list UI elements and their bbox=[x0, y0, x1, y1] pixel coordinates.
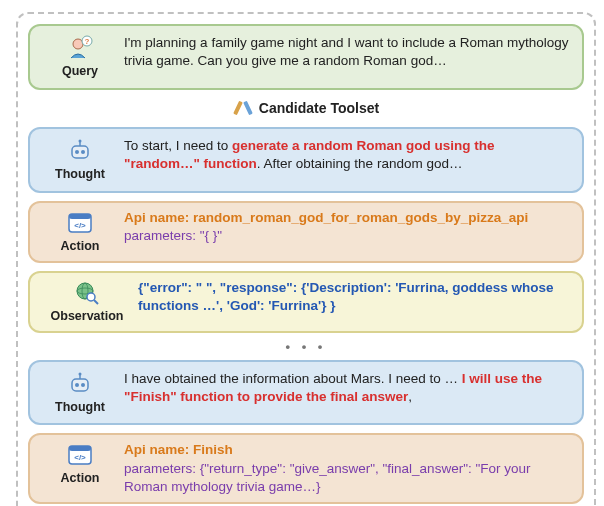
thought1-plain1: To start, I need to bbox=[124, 138, 232, 153]
action1-api-value: random_roman_god_for_roman_gods_by_pizza… bbox=[193, 210, 528, 225]
svg-rect-24 bbox=[69, 446, 91, 451]
action1-label: Action bbox=[61, 238, 100, 255]
action2-api-label: Api name: bbox=[124, 442, 193, 457]
svg-point-20 bbox=[81, 383, 85, 387]
action1-api-label: Api name: bbox=[124, 210, 193, 225]
thought1-leftcol: Thought bbox=[40, 137, 120, 183]
thought-card-1: Thought To start, I need to generate a r… bbox=[28, 127, 584, 193]
svg-point-7 bbox=[81, 150, 85, 154]
svg-rect-5 bbox=[72, 146, 88, 158]
query-leftcol: ? Query bbox=[40, 34, 120, 80]
action2-params-label: parameters: bbox=[124, 461, 200, 476]
query-card: ? Query I'm planning a family game night… bbox=[28, 24, 584, 90]
thought1-label: Thought bbox=[55, 166, 105, 183]
svg-line-17 bbox=[94, 300, 98, 304]
svg-rect-11 bbox=[69, 214, 91, 219]
tools-icon bbox=[233, 98, 253, 118]
svg-text:</>: </> bbox=[74, 453, 86, 462]
action-card-2: </> Action Api name: Finish parameters: … bbox=[28, 433, 584, 504]
svg-point-0 bbox=[73, 39, 83, 49]
svg-rect-3 bbox=[233, 101, 243, 115]
action1-leftcol: </> Action bbox=[40, 209, 120, 255]
code-window-icon: </> bbox=[66, 209, 94, 237]
globe-search-icon bbox=[73, 279, 101, 307]
observation-text: {"error": " ", "response": {'Description… bbox=[138, 279, 572, 315]
toolset-label: Candidate Toolset bbox=[259, 100, 379, 116]
query-label: Query bbox=[62, 63, 98, 80]
thought2-content: I have obtained the information about Ma… bbox=[124, 370, 572, 406]
robot-icon bbox=[66, 137, 94, 165]
svg-point-6 bbox=[75, 150, 79, 154]
person-question-icon: ? bbox=[66, 34, 94, 62]
action2-content: Api name: Finish parameters: {"return_ty… bbox=[124, 441, 572, 496]
observation-leftcol: Observation bbox=[40, 279, 134, 325]
svg-rect-4 bbox=[243, 101, 253, 115]
action2-api-value: Finish bbox=[193, 442, 233, 457]
svg-point-9 bbox=[79, 139, 82, 142]
svg-point-16 bbox=[87, 293, 95, 301]
code-window-icon: </> bbox=[66, 441, 94, 469]
action2-leftcol: </> Action bbox=[40, 441, 120, 487]
ellipsis-icon: • • • bbox=[28, 339, 584, 354]
action-card-1: </> Action Api name: random_roman_god_fo… bbox=[28, 201, 584, 263]
svg-point-19 bbox=[75, 383, 79, 387]
thought-card-2: Thought I have obtained the information … bbox=[28, 360, 584, 426]
svg-point-22 bbox=[79, 372, 82, 375]
query-text: I'm planning a family game night and I w… bbox=[124, 34, 572, 70]
candidate-toolset-row: Candidate Toolset bbox=[28, 98, 584, 119]
svg-rect-18 bbox=[72, 379, 88, 391]
action1-content: Api name: random_roman_god_for_roman_god… bbox=[124, 209, 572, 245]
thought2-leftcol: Thought bbox=[40, 370, 120, 416]
observation-card: Observation {"error": " ", "response": {… bbox=[28, 271, 584, 333]
thought2-plain1: I have obtained the information about Ma… bbox=[124, 371, 462, 386]
action1-params-value: "{ }" bbox=[200, 228, 222, 243]
thought2-plain2: , bbox=[408, 389, 412, 404]
diagram-container: ? Query I'm planning a family game night… bbox=[16, 12, 596, 506]
thought1-plain2: . After obtaining the random god… bbox=[257, 156, 463, 171]
action2-label: Action bbox=[61, 470, 100, 487]
observation-label: Observation bbox=[51, 308, 124, 325]
thought2-label: Thought bbox=[55, 399, 105, 416]
action1-params-label: parameters: bbox=[124, 228, 200, 243]
svg-text:?: ? bbox=[85, 37, 90, 46]
svg-text:</>: </> bbox=[74, 221, 86, 230]
robot-icon bbox=[66, 370, 94, 398]
thought1-content: To start, I need to generate a random Ro… bbox=[124, 137, 572, 173]
